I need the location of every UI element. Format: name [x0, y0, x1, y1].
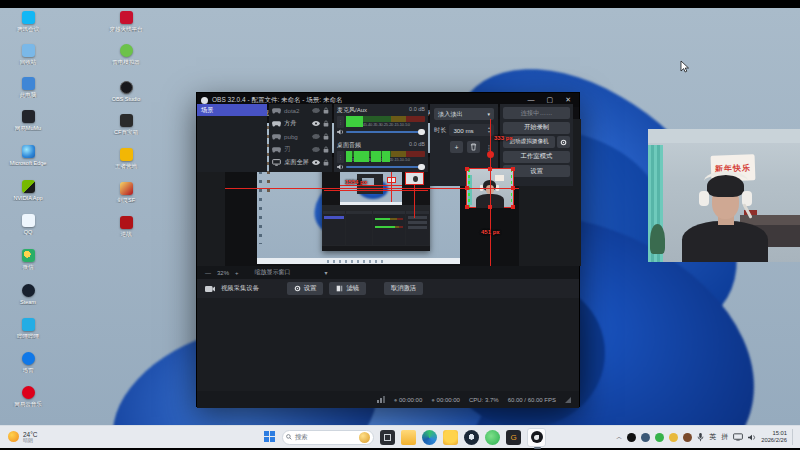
tray-app-icon[interactable]: [683, 433, 692, 442]
deactivate-button[interactable]: 取消激活: [384, 282, 423, 295]
volume-slider[interactable]: [346, 166, 425, 168]
resize-grip[interactable]: [565, 397, 571, 403]
ime-mode-indicator[interactable]: 拼: [721, 432, 728, 442]
obs-statusbar: ● 00:00:00 ● 00:00:00 CPU: 3.7% 60.00 / …: [197, 391, 579, 408]
resize-handle[interactable]: [511, 205, 515, 209]
g-app-icon[interactable]: G: [506, 430, 521, 445]
desktop-icon[interactable]: QQ: [2, 214, 54, 235]
zoom-mode-select[interactable]: 缩放显示窗口: [255, 268, 291, 277]
desktop-icon[interactable]: OBS Studio: [100, 81, 152, 102]
resize-handle[interactable]: [465, 205, 469, 209]
remove-transition-button[interactable]: [467, 141, 480, 153]
speaker-icon[interactable]: [337, 129, 344, 135]
desktop-icon[interactable]: 哔哩哔哩: [2, 318, 54, 339]
edge-browser-icon[interactable]: [422, 430, 437, 445]
eye-icon[interactable]: [312, 121, 320, 126]
rotation-handle[interactable]: [487, 151, 494, 158]
desktop-icon[interactable]: 剑灵SF: [100, 182, 152, 203]
task-view-button[interactable]: [380, 430, 395, 445]
desktop-icon[interactable]: 网易MuMu: [2, 110, 54, 131]
zoom-out-button[interactable]: —: [205, 270, 211, 276]
desktop-icon[interactable]: CF百宝箱: [100, 114, 152, 135]
screen: 腾讯会议 回收站 此电脑 网易MuMu Microsoft Edge NVIDI…: [0, 0, 800, 450]
lock-icon[interactable]: [323, 146, 329, 153]
start-button[interactable]: [264, 431, 276, 443]
desktop-icon[interactable]: 此电脑: [2, 77, 54, 98]
chevron-down-icon[interactable]: ▾: [325, 269, 328, 276]
desktop-icon[interactable]: 回收站: [2, 44, 54, 65]
start-recording-button[interactable]: 开始录制: [503, 122, 570, 134]
desktop-icon[interactable]: NVIDIA App: [2, 180, 54, 201]
streaming-button[interactable]: 连接中……: [503, 107, 570, 119]
microphone-icon[interactable]: [697, 433, 704, 442]
add-transition-button[interactable]: +: [450, 141, 463, 153]
close-button[interactable]: ✕: [565, 96, 571, 104]
eye-off-icon[interactable]: [312, 108, 320, 113]
channel-menu-button[interactable]: ⋮: [337, 151, 344, 163]
zoom-in-button[interactable]: +: [235, 270, 239, 276]
tray-app-icon[interactable]: [627, 433, 636, 442]
cast-display-icon[interactable]: [733, 433, 743, 441]
active-app-indicator: [534, 447, 541, 449]
tray-app-icon[interactable]: [655, 433, 664, 442]
source-row[interactable]: dota2: [269, 104, 332, 117]
desktop-icon[interactable]: Microsoft Edge: [2, 145, 54, 166]
desktop-icon[interactable]: 腾讯会议: [2, 11, 54, 32]
volume-meter: [346, 151, 425, 157]
source-row[interactable]: 方舟: [269, 117, 332, 130]
lock-icon[interactable]: [323, 133, 329, 140]
file-explorer-icon[interactable]: [401, 430, 416, 445]
tray-app-icon[interactable]: [669, 433, 678, 442]
desktop-icon[interactable]: Steam: [2, 284, 54, 305]
resize-handle[interactable]: [465, 167, 469, 171]
speaker-icon[interactable]: [337, 164, 344, 170]
source-filters-button[interactable]: 滤镜: [329, 282, 366, 295]
taskbar-center: 搜索 G: [264, 428, 546, 447]
game-platform-icon[interactable]: [443, 430, 458, 445]
speaker-icon[interactable]: [748, 434, 756, 441]
source-row[interactable]: 刃: [269, 143, 332, 156]
desktop-icon[interactable]: 网易云音乐: [2, 386, 54, 407]
desktop-icon[interactable]: 迅雷: [2, 352, 54, 373]
eye-off-icon[interactable]: [312, 134, 320, 139]
clock[interactable]: 15:01 2026/2/26: [761, 430, 787, 443]
lock-icon[interactable]: [323, 159, 329, 166]
volume-slider[interactable]: [346, 131, 425, 133]
tray-app-icon[interactable]: [641, 433, 650, 442]
steam-icon[interactable]: [464, 430, 479, 445]
mixer-channel: 麦克风/Aux0.0 dB ⋮ -60 -55 -50 -45 -40 -35 …: [334, 104, 428, 137]
display-capture-icon: [272, 159, 281, 166]
lock-icon[interactable]: [323, 120, 329, 127]
channel-menu-button[interactable]: ⋮: [337, 116, 344, 128]
desktop-icon[interactable]: 雷电模拟器: [100, 44, 152, 65]
eye-icon[interactable]: [312, 160, 320, 165]
obs-taskbar-icon-active[interactable]: [527, 428, 546, 447]
source-properties-button[interactable]: 设置: [287, 282, 324, 295]
show-desktop-button[interactable]: [792, 429, 794, 445]
maximize-button[interactable]: ▢: [547, 96, 554, 104]
gear-icon: [560, 139, 567, 146]
desktop-icon[interactable]: 王者营地: [100, 148, 152, 169]
green-app-icon[interactable]: [485, 430, 500, 445]
game-capture-icon: [272, 147, 281, 153]
desktop-icon[interactable]: 穿越火线平台: [100, 11, 152, 32]
desktop-icon[interactable]: 微信: [2, 249, 54, 270]
record-time: 00:00:00: [437, 397, 460, 403]
virtual-camera-settings-button[interactable]: [557, 136, 570, 148]
eye-off-icon[interactable]: [312, 147, 320, 152]
tray-chevron-icon[interactable]: ︿: [616, 433, 622, 442]
duration-input[interactable]: 300 ms ▴▾: [449, 124, 494, 136]
minimize-button[interactable]: —: [528, 96, 535, 104]
source-row[interactable]: pubg: [269, 130, 332, 143]
resize-handle[interactable]: [511, 167, 515, 171]
desktop-icon[interactable]: 逆战: [100, 216, 152, 237]
source-row[interactable]: 桌面全屏: [269, 156, 332, 169]
ime-language-indicator[interactable]: 英: [709, 432, 716, 442]
lock-icon[interactable]: [323, 107, 329, 114]
studio-mode-button[interactable]: 工作室模式: [503, 151, 570, 163]
game-capture-icon: [272, 134, 281, 140]
scene-list-item[interactable]: 场景: [197, 104, 267, 116]
weather-widget[interactable]: 24°C 晴朗: [0, 431, 46, 444]
search-input[interactable]: 搜索: [282, 430, 374, 445]
transition-select[interactable]: 淡入淡出 ▾: [434, 108, 494, 120]
